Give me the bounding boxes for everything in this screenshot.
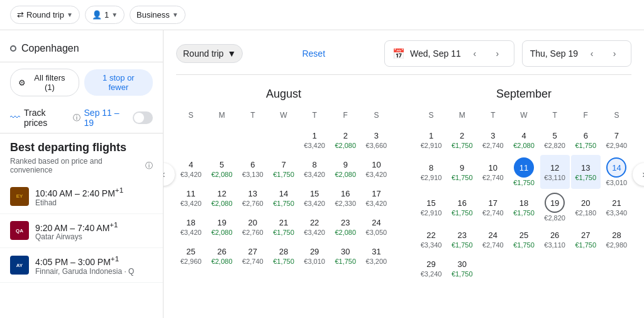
calendar-day[interactable]: 19€2,080 (207, 213, 236, 241)
day-number: 21 (612, 198, 621, 208)
calendar-day[interactable]: 18€3,420 (176, 213, 206, 241)
calendar-day[interactable]: 7€2,940 (602, 126, 631, 154)
calendar-day[interactable]: 3€3,660 (362, 126, 391, 154)
calendar-day[interactable]: 12€2,080 (207, 184, 236, 212)
day-price: €3,420 (304, 229, 325, 236)
calendar-day[interactable]: 20€2,180 (571, 190, 601, 224)
returning-date-text: Thu, Sep 19 (530, 48, 578, 59)
calendar-day[interactable]: 20€2,760 (238, 213, 267, 241)
calendar-day[interactable]: 13€1,750 (571, 155, 601, 189)
returning-next-arrow[interactable]: › (606, 45, 623, 62)
calendar-day[interactable]: 14€1,750 (269, 184, 298, 212)
calendar-day[interactable]: 27€1,750 (571, 225, 601, 253)
day-number: 20 (581, 198, 590, 208)
calendar-day[interactable]: 6€3,130 (238, 155, 267, 183)
cal-prev-button[interactable]: ‹ (164, 163, 175, 186)
calendar-day[interactable]: 21€3,340 (602, 190, 631, 224)
flight-info-2: 4:05 PM – 3:00 PM+1 Finnair, Garuda Indo… (35, 254, 153, 276)
calendar-day[interactable]: 29€3,240 (416, 254, 446, 282)
flight-card-2[interactable]: AY 4:05 PM – 3:00 PM+1 Finnair, Garuda I… (0, 248, 163, 283)
calendar-day[interactable]: 15€3,420 (300, 184, 330, 212)
calendar-day[interactable]: 2€1,750 (447, 126, 477, 154)
calendar-day[interactable]: 13€2,760 (238, 184, 267, 212)
calendar-day[interactable]: 25€2,960 (176, 242, 206, 270)
calendar-day[interactable]: 16€1,750 (447, 190, 477, 224)
calendar-day[interactable]: 1€2,910 (416, 126, 446, 154)
calendar-day[interactable]: 4€3,420 (176, 155, 206, 183)
departing-prev-arrow[interactable]: ‹ (466, 45, 484, 62)
day-header: W (269, 108, 298, 122)
calendar-day[interactable]: 8€2,910 (416, 155, 446, 189)
calendar-day[interactable]: 23€2,080 (331, 213, 360, 241)
calendar-day[interactable]: 26€3,110 (540, 225, 570, 253)
calendar-day[interactable]: 1€3,420 (300, 126, 330, 154)
departing-next-arrow[interactable]: › (489, 45, 506, 62)
calendar-day[interactable]: 17€3,420 (362, 184, 391, 212)
august-calendar: AugustSMTWTFS1€3,4202€2,0803€3,6604€3,42… (176, 88, 391, 282)
track-icon: 〰 (10, 112, 20, 123)
round-trip-button[interactable]: ⇄ Round trip ▼ (10, 6, 80, 24)
calendar-day[interactable]: 27€2,740 (238, 242, 267, 270)
stop-filter-chip[interactable]: 1 stop or fewer (84, 69, 153, 96)
calendar-day[interactable]: 10€2,740 (478, 155, 508, 189)
calendar-day[interactable]: 21€1,750 (269, 213, 298, 241)
day-price: €3,340 (606, 209, 628, 217)
day-number: 1 (429, 131, 433, 140)
calendar-day[interactable]: 9€2,080 (331, 155, 360, 183)
returning-prev-arrow[interactable]: ‹ (583, 45, 601, 62)
track-toggle[interactable] (133, 111, 153, 124)
day-number: 17 (372, 189, 380, 198)
calendar-day[interactable]: 25€1,750 (509, 225, 538, 253)
day-number: 5 (553, 131, 557, 140)
calendar-day[interactable]: 5€2,820 (540, 126, 570, 154)
cal-trip-type-button[interactable]: Round trip ▼ (176, 44, 243, 63)
calendar-day[interactable]: 30€1,750 (447, 254, 477, 282)
cabin-class-button[interactable]: Business ▼ (130, 6, 186, 24)
calendar-day[interactable]: 2€2,080 (331, 126, 360, 154)
airline-logo-0: EY (10, 187, 29, 206)
calendar-day[interactable]: 8€3,420 (300, 155, 330, 183)
cabin-class-label: Business (136, 10, 170, 20)
calendar-day[interactable]: 28€1,750 (269, 242, 298, 270)
calendar-day[interactable]: 29€3,010 (300, 242, 330, 270)
calendar-day[interactable]: 16€2,330 (331, 184, 360, 212)
calendar-day[interactable]: 17€2,740 (478, 190, 508, 224)
day-price: €2,330 (335, 200, 356, 207)
departing-date-nav: 📅 Wed, Sep 11 ‹ › (384, 40, 514, 67)
flight-card-1[interactable]: QA 9:20 AM – 7:40 AM+1 Qatar Airways (0, 214, 163, 249)
calendar-day[interactable]: 6€1,750 (571, 126, 601, 154)
calendar-day[interactable]: 5€2,080 (207, 155, 236, 183)
calendar-day[interactable]: 9€1,750 (447, 155, 477, 189)
calendar-day[interactable]: 24€2,740 (478, 225, 508, 253)
day-price: €3,200 (366, 258, 387, 265)
flight-card-0[interactable]: EY 10:40 AM – 2:40 PM+1 Etihad (0, 179, 163, 214)
passengers-button[interactable]: 👤 1 ▼ (85, 6, 125, 24)
calendar-day[interactable]: 10€3,420 (362, 155, 391, 183)
day-number: 26 (550, 230, 559, 240)
calendar-day[interactable]: 4€2,080 (509, 126, 538, 154)
calendar-day[interactable]: 11€3,420 (176, 184, 206, 212)
day-price: €2,910 (421, 142, 442, 149)
calendar-day[interactable]: 11€1,750 (509, 155, 538, 189)
calendar-day[interactable]: 31€3,200 (362, 242, 391, 270)
calendar-day[interactable]: 19€2,820 (540, 190, 570, 224)
reset-button[interactable]: Reset (302, 48, 325, 59)
calendar-day[interactable]: 14€3,010 (602, 155, 631, 189)
calendar-day[interactable]: 23€1,750 (447, 225, 477, 253)
cal-next-button[interactable]: › (633, 163, 644, 186)
calendar-day[interactable]: 7€1,750 (269, 155, 298, 183)
calendar-day[interactable]: 24€3,050 (362, 213, 391, 241)
day-number: 4 (521, 131, 526, 140)
day-price: €2,740 (482, 142, 504, 149)
day-header: T (300, 108, 330, 122)
calendar-day[interactable]: 26€2,080 (207, 242, 236, 270)
calendar-day[interactable]: 22€3,420 (300, 213, 330, 241)
calendar-day[interactable]: 30€1,750 (331, 242, 360, 270)
all-filters-button[interactable]: ⚙ All filters (1) (10, 69, 79, 96)
calendar-day[interactable]: 22€3,340 (416, 225, 446, 253)
calendar-day[interactable]: 3€2,740 (478, 126, 508, 154)
calendar-day[interactable]: 18€1,750 (509, 190, 538, 224)
calendar-day[interactable]: 28€2,980 (602, 225, 631, 253)
calendar-day[interactable]: 15€2,910 (416, 190, 446, 224)
calendar-day[interactable]: 12€3,110 (540, 155, 570, 189)
